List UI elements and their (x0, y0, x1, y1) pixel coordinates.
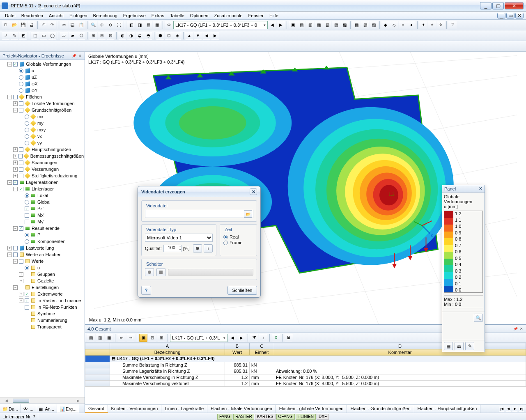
legend-panel[interactable]: Panel✕ Globale Verformungen u [mm] 1.21.… (442, 185, 485, 352)
tb-view2-icon[interactable]: ◨ (136, 21, 144, 29)
tb-r6-icon[interactable]: ▨ (332, 21, 340, 29)
checkbox[interactable] (19, 161, 23, 165)
radio[interactable] (19, 75, 23, 80)
tb-help-icon[interactable]: ? (448, 21, 457, 29)
legend-close-icon[interactable]: ✕ (479, 186, 482, 191)
menu-bearbeiten[interactable]: Bearbeiten (19, 12, 46, 19)
tb-r1-icon[interactable]: ▣ (289, 21, 297, 29)
tb-r4-icon[interactable]: ▦ (315, 21, 323, 29)
bp-pin-icon[interactable]: 📌 (513, 326, 518, 331)
tb-view3-icon[interactable]: ▤ (144, 21, 152, 29)
legend-tool1-icon[interactable]: ▤ (444, 342, 453, 350)
expand-icon[interactable]: + (13, 147, 18, 152)
tb2-g-icon[interactable]: ▱ (60, 32, 68, 40)
dialog-titlebar[interactable]: Videodatei erzeugen ✕ (138, 186, 260, 197)
tb-redo-icon[interactable]: ↷ (48, 21, 56, 29)
expand-icon[interactable] (19, 233, 23, 237)
tabs-next-icon[interactable]: ▶ (512, 406, 518, 412)
expand-icon[interactable] (19, 207, 23, 211)
expand-icon[interactable]: + (13, 174, 18, 178)
checkbox[interactable] (19, 174, 23, 178)
radio[interactable] (25, 121, 29, 126)
tb-calc-icon[interactable]: ⚙ (165, 21, 173, 29)
bp-tb6-icon[interactable]: ⊡ (148, 334, 156, 342)
panel-close-icon[interactable]: ✕ (78, 53, 82, 58)
tb-save-icon[interactable]: 💾 (19, 21, 27, 29)
tabs-last-icon[interactable]: ▶| (519, 406, 524, 412)
radio[interactable] (25, 193, 29, 198)
tb-grid2-icon[interactable]: ▧ (361, 21, 369, 29)
tree-item[interactable]: Nummerierung (1, 317, 84, 324)
checkbox[interactable] (13, 95, 18, 99)
expand-icon[interactable] (13, 88, 18, 93)
tb2-q-icon[interactable]: ⬢ (156, 32, 164, 40)
menu-fenster[interactable]: Fenster (246, 12, 266, 19)
tree-item[interactable]: +Steifigkeitsreduzierung (1, 172, 84, 179)
bptab-linien[interactable]: Linien - Lagerkräfte (161, 405, 207, 413)
expand-icon[interactable] (19, 141, 23, 145)
bptab-fglobal[interactable]: Flächen - globale Verformungen (276, 405, 347, 413)
tb2-d-icon[interactable]: ⬚ (31, 32, 39, 40)
bp-tb3-icon[interactable]: ▦ (105, 334, 113, 342)
tree-item[interactable]: In FE-Netz-Punkten (1, 304, 84, 310)
tree-item[interactable]: Symbole (1, 310, 84, 317)
tree-item[interactable]: vy (1, 140, 84, 146)
expand-icon[interactable]: + (19, 272, 23, 277)
checkbox[interactable] (25, 305, 29, 310)
tree-item[interactable]: mxy (1, 126, 84, 133)
radio-real[interactable]: Real (223, 234, 253, 239)
tb-zoom-fit-icon[interactable]: ⛶ (115, 21, 123, 29)
tree-item[interactable]: vx (1, 133, 84, 140)
checkbox[interactable] (19, 187, 23, 191)
dialog-help-icon[interactable]: ? (141, 286, 151, 295)
tb2-b-icon[interactable]: ✎ (10, 32, 18, 40)
tb-new-icon[interactable]: 🗋 (2, 21, 10, 29)
expand-icon[interactable]: + (13, 161, 18, 165)
progress-slider[interactable] (168, 269, 253, 275)
dialog-close-button[interactable]: Schließen (227, 286, 257, 295)
tree-item[interactable]: φY (1, 87, 84, 94)
bp-sort-icon[interactable]: ↕ (259, 334, 267, 342)
tabs-prev-icon[interactable]: ◀ (505, 406, 511, 412)
tb2-n-icon[interactable]: ◑ (127, 32, 135, 40)
col-einheit[interactable]: Einheit (250, 349, 274, 356)
mdi-restore-button[interactable]: ▭ (506, 13, 515, 18)
legend-zoom-icon[interactable]: 🔍 (474, 314, 483, 322)
pin-icon[interactable]: 📌 (72, 53, 76, 58)
checkbox[interactable] (25, 292, 29, 296)
tree-hscroll[interactable]: ◀▶ (0, 397, 85, 404)
nav-tab-results[interactable]: 📊Erg... (57, 404, 79, 413)
video-type-combo[interactable]: Microsoft Video 1 (145, 234, 213, 242)
expand-icon[interactable] (19, 200, 23, 204)
menu-berechnung[interactable]: Berechnung (90, 12, 119, 19)
stop-button[interactable] (156, 268, 165, 276)
tb2-k-icon[interactable]: ⊟ (98, 32, 106, 40)
expand-icon[interactable]: − (13, 259, 18, 264)
checkbox[interactable] (19, 259, 23, 264)
radio[interactable] (25, 200, 29, 204)
tree-item[interactable]: +Hauptschnittgrößen (1, 146, 84, 153)
tb-x2-icon[interactable]: ✧ (428, 21, 436, 29)
expand-icon[interactable]: + (19, 298, 23, 303)
expand-icon[interactable] (13, 82, 18, 86)
tb-m3-icon[interactable]: ○ (399, 21, 407, 29)
tree-item[interactable]: −Einstellungen (1, 284, 84, 291)
status-ofang[interactable]: OFANG (276, 414, 295, 420)
table-row[interactable]: Summe Lagerkräfte in Richtung Z685.01kNA… (85, 368, 526, 374)
tree-item[interactable]: −Flächen (1, 94, 84, 100)
tree-item[interactable]: +Lokale Verformungen (1, 100, 84, 107)
tb-r5-icon[interactable]: ▧ (323, 21, 331, 29)
checkbox[interactable] (25, 298, 29, 303)
tree-item[interactable]: +Spannungen (1, 159, 84, 166)
bp-calc-icon[interactable]: 🖩 (285, 334, 293, 342)
menu-optionen[interactable]: Optionen (188, 12, 211, 19)
nav-tab-3[interactable]: ▦An... (36, 404, 57, 413)
tb2-j-icon[interactable]: ⊞ (89, 32, 97, 40)
expand-icon[interactable]: − (13, 226, 18, 231)
expand-icon[interactable] (19, 213, 23, 218)
tb-m2-icon[interactable]: ◇ (390, 21, 398, 29)
tree-item[interactable]: uZ (1, 74, 84, 80)
bptab-knoten[interactable]: Knoten - Verformungen (108, 405, 162, 413)
radio[interactable] (19, 69, 23, 73)
expand-icon[interactable] (19, 115, 23, 119)
